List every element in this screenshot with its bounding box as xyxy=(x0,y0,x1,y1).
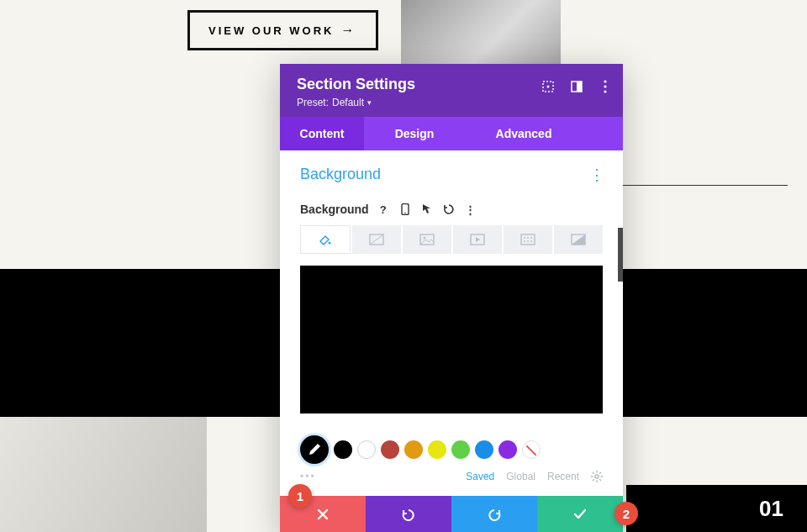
bg-color-tab[interactable] xyxy=(300,225,351,254)
field-kebab-icon[interactable]: ⋮ xyxy=(463,202,478,217)
color-swatch-black[interactable] xyxy=(334,440,352,459)
bg-video-tab[interactable] xyxy=(453,225,502,254)
preset-dropdown[interactable]: Preset: Default ▾ xyxy=(297,97,606,108)
svg-rect-14 xyxy=(521,234,535,245)
svg-point-6 xyxy=(604,90,606,92)
step-number-block: 01 xyxy=(626,485,807,532)
hero-placeholder-image xyxy=(401,0,561,64)
svg-point-8 xyxy=(404,213,406,214)
annotation-badge-2: 2 xyxy=(614,502,638,525)
expand-icon[interactable] xyxy=(541,79,556,94)
panel-body: Background ⋮ Background ? ⋮ xyxy=(280,150,623,424)
svg-point-15 xyxy=(524,237,525,239)
background-type-tabs xyxy=(300,225,603,254)
gear-icon[interactable] xyxy=(591,471,603,482)
svg-point-17 xyxy=(530,237,532,239)
dock-icon[interactable] xyxy=(569,79,584,94)
color-palette-row xyxy=(280,424,623,469)
color-swatch-white[interactable] xyxy=(357,440,376,459)
svg-point-20 xyxy=(530,240,532,242)
svg-line-28 xyxy=(599,479,601,481)
svg-point-16 xyxy=(527,237,529,239)
undo-button[interactable] xyxy=(366,496,451,532)
tab-advanced[interactable]: Advanced xyxy=(465,117,583,150)
color-preview-swatch[interactable] xyxy=(300,266,603,413)
group-kebab-icon[interactable]: ⋮ xyxy=(589,166,604,184)
color-swatch-transparent[interactable] xyxy=(522,440,541,459)
bg-image-tab[interactable] xyxy=(403,225,451,254)
modal-header: Section Settings Preset: Default ▾ xyxy=(280,64,623,117)
svg-point-9 xyxy=(329,242,331,245)
svg-rect-3 xyxy=(577,82,582,92)
side-placeholder-image xyxy=(0,417,207,532)
svg-line-27 xyxy=(593,472,594,474)
chevron-down-icon: ▾ xyxy=(367,98,372,107)
svg-line-30 xyxy=(593,479,594,481)
arrow-right-icon: → xyxy=(341,23,357,38)
step-number-value: 01 xyxy=(759,496,783,522)
tab-design[interactable]: Design xyxy=(364,117,465,150)
color-swatch-red[interactable] xyxy=(381,440,399,459)
section-settings-modal: Section Settings Preset: Default ▾ Conte… xyxy=(280,64,623,532)
palette-tab-recent[interactable]: Recent xyxy=(547,471,579,482)
reset-icon[interactable] xyxy=(441,202,456,217)
field-label: Background xyxy=(300,203,369,216)
svg-point-1 xyxy=(547,86,550,88)
palette-tab-saved[interactable]: Saved xyxy=(466,471,494,482)
bg-pattern-tab[interactable] xyxy=(504,225,552,254)
color-swatch-green[interactable] xyxy=(451,440,470,459)
color-swatch-blue[interactable] xyxy=(475,440,493,459)
svg-point-12 xyxy=(424,237,426,240)
svg-point-22 xyxy=(595,475,599,478)
confirm-button[interactable] xyxy=(537,496,623,532)
hover-icon[interactable] xyxy=(419,202,435,217)
palette-tab-global[interactable]: Global xyxy=(506,471,535,482)
view-our-work-label: VIEW OUR WORK xyxy=(208,24,335,37)
color-swatch-yellow[interactable] xyxy=(428,440,446,459)
kebab-menu-icon[interactable] xyxy=(598,79,613,94)
tab-content[interactable]: Content xyxy=(280,117,364,150)
color-swatch-orange[interactable] xyxy=(404,440,423,459)
annotation-badge-1: 1 xyxy=(288,484,312,508)
svg-line-29 xyxy=(599,472,601,474)
scrollbar-thumb[interactable] xyxy=(618,228,623,282)
bg-gradient-tab[interactable] xyxy=(352,225,401,254)
palette-subrow: ••• Saved Global Recent xyxy=(280,469,623,496)
redo-button[interactable] xyxy=(451,496,537,532)
color-swatch-purple[interactable] xyxy=(498,440,517,459)
svg-point-18 xyxy=(524,240,525,242)
modal-action-bar xyxy=(280,496,623,532)
eyedropper-button[interactable] xyxy=(300,435,329,464)
group-title[interactable]: Background xyxy=(300,166,603,183)
svg-point-19 xyxy=(527,240,529,242)
phone-icon[interactable] xyxy=(398,202,413,217)
bg-mask-tab[interactable] xyxy=(554,225,603,254)
settings-tabs: Content Design Advanced xyxy=(280,117,623,150)
preset-label: Preset: xyxy=(297,97,329,108)
preset-value: Default xyxy=(332,97,364,108)
view-our-work-button[interactable]: VIEW OUR WORK → xyxy=(187,10,378,50)
svg-point-5 xyxy=(604,85,606,87)
svg-point-4 xyxy=(604,80,606,82)
help-icon[interactable]: ? xyxy=(376,202,391,217)
more-dots-icon[interactable]: ••• xyxy=(300,471,316,482)
